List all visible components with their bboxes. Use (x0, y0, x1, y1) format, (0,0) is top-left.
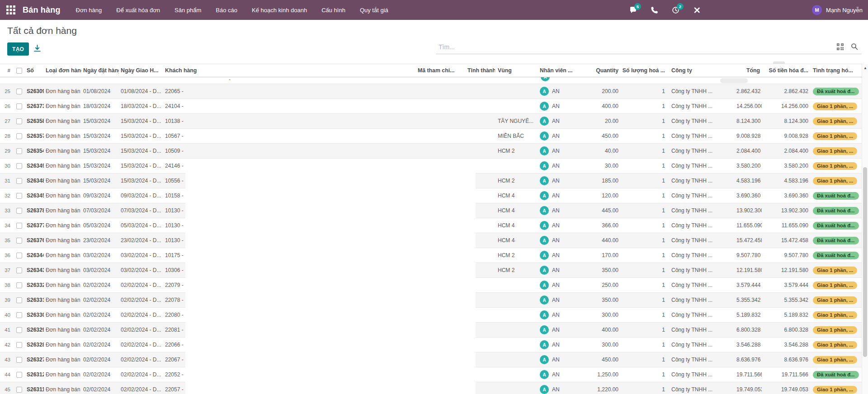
search-icon[interactable] (851, 43, 858, 50)
column-header[interactable]: Ngày Giao H... (119, 67, 163, 74)
row-checkbox[interactable] (16, 148, 22, 154)
cell-total: 13.902.300 (735, 207, 762, 214)
column-header[interactable]: Khách hàng (163, 67, 416, 74)
row-checkbox[interactable] (16, 253, 22, 258)
column-header[interactable]: Ngày đặt hàng (81, 67, 119, 74)
search-input[interactable] (436, 41, 862, 54)
create-button[interactable]: TẠO (7, 42, 29, 56)
cell-order-date: 15/03/2024 (81, 163, 119, 169)
row-checkbox[interactable] (16, 327, 22, 333)
cell-delivery-date: 07/03/2024 - D... (119, 207, 163, 214)
column-header[interactable]: Số tiền hóa đ... (762, 67, 810, 74)
column-header[interactable] (14, 67, 25, 74)
apps-grid-icon[interactable] (6, 5, 15, 14)
salesperson-avatar: A (540, 221, 549, 230)
cell-company: Công ty TNHH ... (667, 88, 735, 94)
table-row[interactable]: 28S26357Đơn hàng bán15/03/202415/03/2024… (0, 129, 862, 144)
cell-region: HCM 4 (495, 237, 538, 244)
cell-order-ref: S26330 (25, 312, 44, 318)
status-badge: Đã xuất hoá đ... (813, 252, 859, 259)
salesperson-avatar: A (540, 266, 549, 275)
table-row[interactable]: 27S26358Đơn hàng bán15/03/202415/03/2024… (0, 114, 862, 129)
row-checkbox[interactable] (16, 163, 22, 169)
column-header[interactable]: Nhân viên ... (538, 67, 579, 74)
row-checkbox[interactable] (16, 178, 22, 184)
column-header[interactable]: Tổng (735, 67, 762, 74)
row-checkbox[interactable] (16, 238, 22, 244)
cell-invoice-count: 1 (620, 386, 667, 393)
cell-region: HCM 2 (495, 148, 538, 154)
row-checkbox[interactable] (16, 89, 22, 94)
row-checkbox[interactable] (16, 312, 22, 318)
qr-code-icon[interactable] (837, 43, 844, 50)
row-checkbox[interactable] (16, 118, 22, 124)
cell-order-type: Đơn hàng bán (44, 118, 81, 124)
cell-checkbox (14, 327, 25, 333)
scrollbar-up-arrow[interactable]: ▲ (862, 66, 868, 70)
activity-clock-icon[interactable]: 2 (672, 6, 679, 14)
tools-icon[interactable] (693, 6, 701, 14)
table-row[interactable]: 25S26309Đơn hàng bán01/08/202401/08/2024… (0, 84, 862, 99)
column-header[interactable]: Số lượng hoá ... (620, 67, 667, 74)
search-box (436, 41, 862, 54)
column-header[interactable]: Tình trạng hó... (810, 67, 862, 74)
row-checkbox[interactable] (16, 223, 22, 229)
row-checkbox[interactable] (16, 103, 22, 109)
cell-region: HCM 2 (495, 267, 538, 273)
user-menu[interactable]: M Mạnh Nguyễn (812, 0, 863, 20)
row-checkbox[interactable] (16, 387, 22, 393)
row-checkbox[interactable] (16, 372, 22, 378)
select-all-checkbox[interactable] (16, 68, 22, 74)
menu-item[interactable]: Sản phẩm (175, 7, 201, 14)
cell-invoiced-amount: 4.583.196 (762, 178, 810, 184)
export-download-icon[interactable] (33, 45, 41, 52)
cell-invoice-count: 1 (620, 148, 667, 154)
row-checkbox[interactable] (16, 133, 22, 139)
menu-item[interactable]: Quy tắt giá (360, 7, 388, 14)
menu-item[interactable]: Báo cáo (216, 7, 237, 14)
column-header[interactable]: Mã tham chi... (416, 67, 466, 74)
column-header[interactable]: Vùng (495, 67, 538, 74)
row-checkbox[interactable] (16, 297, 22, 303)
column-header[interactable]: Loại đơn hàng (44, 67, 81, 74)
cell-invoice-count: 1 (620, 342, 667, 348)
salesperson-name: AN (552, 118, 560, 124)
column-header[interactable]: Tỉnh thành (466, 67, 495, 74)
scrollbar-thumb[interactable] (863, 167, 867, 357)
cell-invoice-count: 1 (620, 312, 667, 318)
row-checkbox[interactable] (16, 357, 22, 363)
cell-invoiced-amount: 2.862.432 (762, 88, 810, 94)
cell-invoice-status: Giao 1 phần, ... (810, 386, 862, 394)
column-header[interactable]: # (0, 68, 14, 73)
cell-order-ref: S26378 (25, 207, 44, 214)
row-checkbox[interactable] (16, 282, 22, 288)
table-row[interactable]: 29S26354Đơn hàng bán15/03/202415/03/2024… (0, 144, 862, 159)
menu-item[interactable]: Để xuất hóa đơn (116, 7, 160, 14)
row-checkbox[interactable] (16, 208, 22, 214)
status-badge: Giao 1 phần, ... (813, 356, 857, 364)
row-checkbox[interactable] (16, 193, 22, 199)
app-brand-title[interactable]: Bán hàng (23, 5, 61, 15)
column-header[interactable]: Công ty (667, 67, 735, 74)
cell-company: Công ty TNHH ... (667, 371, 735, 378)
vertical-scrollbar[interactable]: ▲ (862, 64, 868, 394)
table-row[interactable]: 26S26373Đơn hàng bán18/03/202418/03/2024… (0, 99, 862, 114)
cell-invoiced-amount: 8.636.976 (762, 356, 810, 363)
control-panel: Tất cả đơn hàng TẠO Bộ lọc (0, 20, 868, 64)
column-header[interactable]: Số (25, 67, 44, 74)
cell-company: Công ty TNHH ... (667, 356, 735, 363)
column-header[interactable]: Quantity (579, 67, 620, 74)
status-badge: Giao 1 phần, ... (813, 177, 857, 185)
messages-icon[interactable]: 5 (629, 6, 637, 14)
cell-invoice-status: Giao 1 phần, ... (810, 117, 862, 125)
cell-delivery-date: 02/02/2024 - D... (119, 356, 163, 363)
phone-icon[interactable] (651, 6, 658, 14)
salesperson-name: AN (552, 148, 560, 154)
menu-item[interactable]: Kế hoạch kinh doanh (252, 7, 307, 14)
menu-item[interactable]: Đơn hàng (76, 7, 102, 14)
cell-region: HCM 4 (495, 207, 538, 214)
cell-invoiced-amount: 12.191.580 (762, 267, 810, 273)
menu-item[interactable]: Cấu hình (321, 7, 345, 14)
row-checkbox[interactable] (16, 342, 22, 348)
row-checkbox[interactable] (16, 267, 22, 273)
